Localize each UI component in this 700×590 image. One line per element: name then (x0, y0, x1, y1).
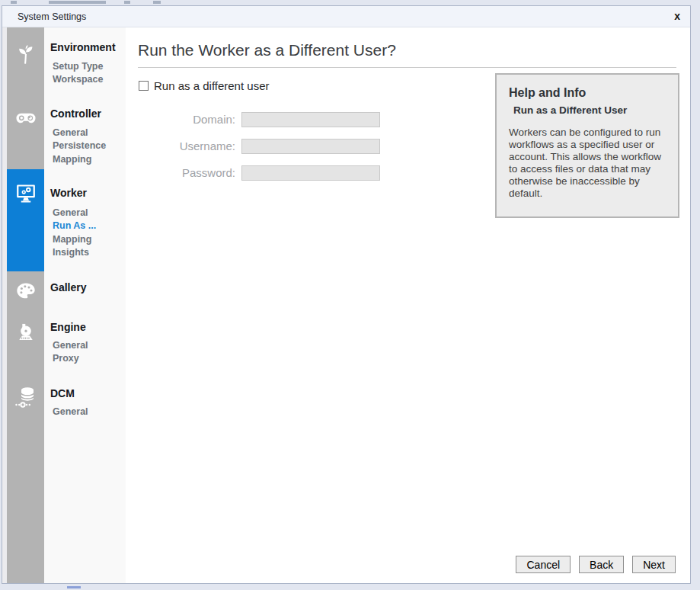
nav-item-insights[interactable]: Insights (53, 247, 89, 258)
help-subtitle: Run as a Different User (513, 104, 666, 116)
background-window-fragment (11, 1, 17, 4)
background-window-fragment (124, 1, 130, 4)
nav-item-run-as[interactable]: Run As ... (53, 220, 96, 231)
heading-divider (138, 67, 676, 68)
run-as-checkbox-label: Run as a different user (154, 79, 269, 92)
password-label: Password: (159, 166, 235, 179)
nav-item-proxy[interactable]: Proxy (53, 353, 79, 364)
nav-item-setup-type[interactable]: Setup Type (53, 61, 103, 72)
background-window-fragment (153, 1, 161, 4)
help-body: Workers can be configured to run workflo… (509, 127, 666, 200)
dialog-buttons: Cancel Back Next (516, 556, 676, 573)
nav-section-engine[interactable]: Engine (50, 321, 86, 333)
username-label: Username: (159, 139, 235, 152)
system-settings-dialog: System Settings x (2, 5, 691, 584)
close-button[interactable]: x (674, 9, 680, 23)
gamepad-icon[interactable] (14, 107, 38, 130)
help-and-info-panel: Help and Info Run as a Different User Wo… (495, 73, 679, 218)
domain-input (241, 112, 380, 127)
icon-rail (7, 27, 44, 583)
nav-item-workspace[interactable]: Workspace (53, 74, 103, 85)
cancel-button[interactable]: Cancel (516, 556, 571, 573)
run-as-checkbox-row: Run as a different user (139, 79, 269, 92)
monitor-gears-icon[interactable] (14, 181, 37, 204)
nav-section-gallery[interactable]: Gallery (50, 281, 86, 293)
nav-section-controller[interactable]: Controller (50, 107, 101, 120)
username-input (241, 139, 380, 154)
page-title: Run the Worker as a Different User? (138, 41, 396, 59)
background-window-fragment (67, 586, 81, 588)
nav-item-worker-general[interactable]: General (53, 207, 88, 218)
seedling-icon[interactable] (15, 44, 37, 66)
nav-section-dcm[interactable]: DCM (50, 387, 75, 399)
background-window-fragment (49, 1, 106, 4)
help-title: Help and Info (509, 86, 666, 100)
title-bar: System Settings x (2, 6, 690, 27)
nav-item-engine-general[interactable]: General (53, 340, 88, 351)
nav-item-persistence[interactable]: Persistence (53, 140, 106, 151)
back-button[interactable]: Back (579, 556, 624, 573)
next-button[interactable]: Next (632, 556, 676, 573)
database-network-icon[interactable] (14, 384, 38, 410)
main-content: Run the Worker as a Different User? Run … (126, 27, 690, 583)
nav-item-dcm-general[interactable]: General (53, 406, 88, 417)
settings-nav: Environment Setup Type Workspace Control… (44, 27, 126, 583)
palette-icon[interactable] (14, 281, 37, 302)
nav-item-controller-mapping[interactable]: Mapping (53, 154, 91, 165)
nav-item-worker-mapping[interactable]: Mapping (53, 234, 91, 245)
nav-item-controller-general[interactable]: General (53, 127, 88, 138)
domain-label: Domain: (159, 113, 235, 126)
window-title: System Settings (18, 11, 86, 22)
nav-section-worker[interactable]: Worker (50, 187, 87, 199)
run-as-checkbox[interactable] (139, 81, 149, 91)
engine-icon[interactable] (15, 321, 37, 344)
password-input (241, 165, 380, 181)
nav-section-environment[interactable]: Environment (50, 41, 116, 53)
